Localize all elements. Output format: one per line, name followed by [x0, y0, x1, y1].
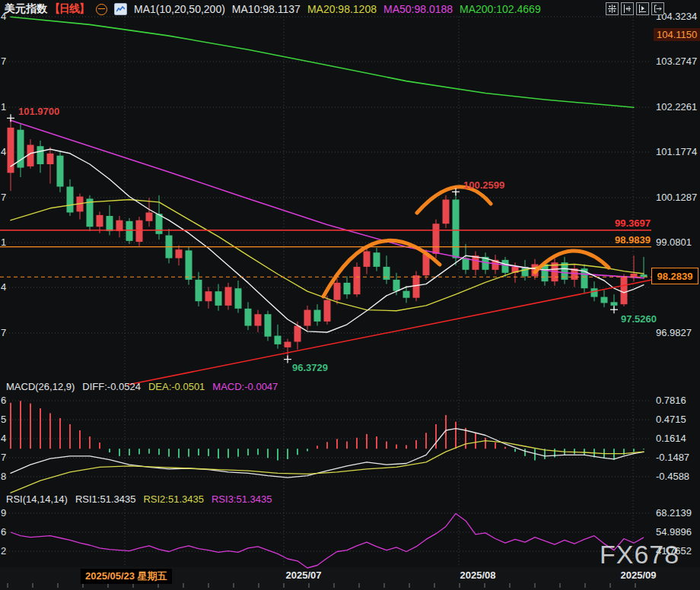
- ma-group-label: MA1(10,20,50,200): [134, 3, 225, 15]
- ma200-value: MA200:102.4669: [460, 3, 541, 15]
- x-axis-scale-icon[interactable]: [636, 2, 649, 15]
- chart-style-icon[interactable]: [114, 3, 127, 15]
- macd-macd-value: MACD:-0.0047: [212, 381, 278, 392]
- trading-app-window: { "header": { "symbol": "美元指数", "timefra…: [0, 0, 700, 590]
- timeframe-label[interactable]: 【日线】: [49, 2, 89, 16]
- chart-toolbar: [606, 2, 664, 15]
- rsi-header: RSI(14,14,14) RSI1:51.3435 RSI2:51.3435 …: [6, 493, 272, 505]
- ma10-value: MA10:98.1137: [232, 3, 301, 15]
- ma20-value: MA20:98.1208: [307, 3, 377, 15]
- macd-title: MACD(26,12,9): [6, 381, 75, 392]
- macd-diff-value: DIFF:-0.0524: [82, 381, 141, 392]
- rsi-title: RSI(14,14,14): [6, 493, 68, 505]
- chart-header: 美元指数 【日线】 MA1(10,20,50,200) MA10:98.1137…: [5, 2, 541, 17]
- macd-dea-value: DEA:-0.0501: [148, 381, 205, 392]
- y-axis-scale-icon[interactable]: [621, 2, 634, 15]
- symbol-title: 美元指数: [5, 2, 47, 16]
- rsi1-value: RSI1:51.3435: [75, 493, 136, 505]
- pan-tool-icon[interactable]: [606, 2, 619, 15]
- reset-view-icon[interactable]: [651, 2, 664, 15]
- rsi2-value: RSI2:51.3435: [143, 493, 204, 505]
- ma50-value: MA50:98.0188: [383, 3, 453, 15]
- rsi3-value: RSI3:51.3435: [212, 493, 272, 505]
- collapse-icon[interactable]: [96, 4, 107, 15]
- macd-header: MACD(26,12,9) DIFF:-0.0524 DEA:-0.0501 M…: [6, 381, 278, 392]
